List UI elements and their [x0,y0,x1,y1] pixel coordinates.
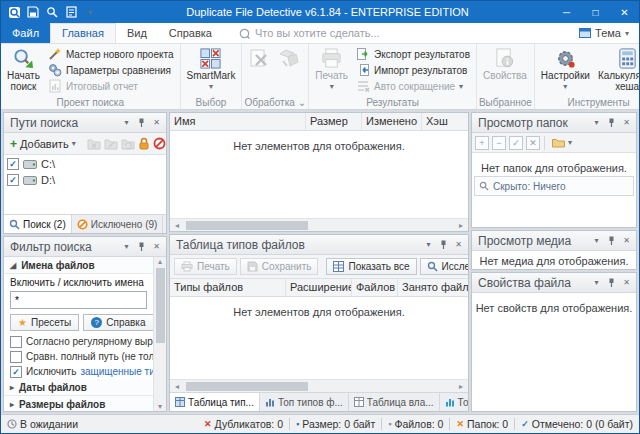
panel-menu-icon[interactable]: ▾ [589,233,604,248]
full-path-checkbox-row[interactable]: Сравн. полный путь (не только и [4,349,153,364]
column-space[interactable]: Занято файла [398,279,468,296]
move-marked-button[interactable] [274,45,304,69]
close-icon[interactable]: ✕ [619,233,634,248]
tab-types-table[interactable]: Таблица тип... [170,393,260,411]
start-search-button[interactable]: Начать поиск [3,45,44,92]
auto-reduce-button[interactable]: Авто сокращение ▾ [352,78,474,94]
checkbox-checked-icon[interactable]: ✓ [10,366,22,378]
close-icon[interactable]: ✕ [619,275,634,290]
checkbox-checked-icon[interactable]: ✓ [7,174,19,186]
types-horizontal-scrollbar[interactable]: ◂ ▸ [170,379,468,392]
panel-menu-icon[interactable]: ▾ [589,115,604,130]
refresh-path-icon[interactable] [121,138,135,150]
block-icon[interactable] [153,137,166,150]
explore-button[interactable]: Исследовать [420,258,468,275]
scroll-left-icon[interactable]: ◂ [170,382,184,391]
scrollbar-thumb[interactable] [186,221,308,230]
close-icon[interactable]: ✕ [149,115,164,130]
add-path-button[interactable]: + Добавить ▾ [7,137,79,151]
pin-icon[interactable] [134,239,149,254]
pin-icon[interactable] [604,115,619,130]
scrollbar-thumb[interactable] [186,382,308,391]
panel-menu-icon[interactable]: ▾ [589,275,604,290]
properties-button[interactable]: Свойства [479,45,531,82]
column-modified[interactable]: Изменено [362,113,422,130]
tab-view[interactable]: Вид [116,23,158,43]
tab-search-paths[interactable]: Поиск (2) [4,215,72,233]
hidden-filter-row[interactable]: Скрыто: Ничего [474,176,634,196]
path-row-d[interactable]: ✓ D:\ [4,172,166,188]
section-file-names[interactable]: ◢ Имена файлов [4,257,153,274]
pin-icon[interactable] [436,237,451,252]
check-all-icon[interactable]: ✓ [509,136,523,150]
tab-top-owners[interactable]: Топ владель... [440,393,468,411]
tell-me-box[interactable]: Что вы хотите сделать... [239,23,380,43]
presets-button[interactable]: ★ Пресеты [10,314,79,331]
column-files[interactable]: Файлов [352,279,398,296]
column-size[interactable]: Размер [306,113,362,130]
close-button[interactable]: ✕ [610,1,639,23]
exclude-protected-checkbox-row[interactable]: ✓ Исключить защищенные типы фа [4,364,153,379]
theme-selector[interactable]: Тема ▾ [569,23,639,43]
collapse-all-icon[interactable]: − [492,136,506,150]
export-results-button[interactable]: Экспорт результатов [352,46,474,62]
minimize-button[interactable]: ─ [552,1,581,23]
hash-calculator-button[interactable]: Калькулятор хеша [594,45,639,92]
delete-marked-button[interactable] [244,45,274,69]
checkbox-checked-icon[interactable]: ✓ [7,158,19,170]
folder-view-dropdown[interactable]: ▾ [549,137,575,149]
quick-access-more-icon[interactable]: ▾ [81,3,99,21]
column-name[interactable]: Имя [170,113,306,130]
dialog-launcher-icon[interactable]: ⌄ [298,97,306,108]
scroll-left-icon[interactable]: ◂ [170,221,184,230]
protected-types-link[interactable]: защищенные типы фа [80,366,153,377]
help-button[interactable]: ? Справка [83,314,153,331]
panel-menu-icon[interactable]: ▾ [119,239,134,254]
panel-menu-icon[interactable]: ▾ [421,237,436,252]
tab-owners-table[interactable]: Таблица вла... [349,393,440,411]
close-icon[interactable]: ✕ [451,237,466,252]
tab-top-types[interactable]: Топ типов ф... [260,393,349,411]
scroll-down-icon[interactable]: ▾ [153,402,167,411]
close-icon[interactable]: ✕ [619,115,634,130]
regex-checkbox-row[interactable]: Согласно регулярному выражение [4,334,153,349]
expand-all-icon[interactable]: + [475,136,489,150]
column-extension[interactable]: Расширение [286,279,352,296]
print-results-button[interactable]: Печать ▾ [311,45,352,91]
compare-options-button[interactable]: Параметры сравнения [44,62,178,78]
pin-icon[interactable] [604,275,619,290]
tab-file[interactable]: Файл [1,23,50,43]
report-quick-icon[interactable] [62,3,80,21]
panel-menu-icon[interactable]: ▾ [119,115,134,130]
maximize-button[interactable]: □ [581,1,610,23]
column-hash[interactable]: Хэш [422,113,468,130]
pin-icon[interactable] [134,115,149,130]
scroll-right-icon[interactable]: ▸ [454,382,468,391]
results-horizontal-scrollbar[interactable]: ◂ ▸ [170,218,468,231]
settings-button[interactable]: Настройки ▾ [537,45,594,91]
path-row-c[interactable]: ✓ C:\ [4,156,166,172]
show-all-button[interactable]: Показать все [326,258,416,275]
section-file-dates[interactable]: ▸ Даты файлов [4,379,153,396]
tab-home[interactable]: Главная [50,23,116,43]
types-save-button[interactable]: Сохранить [240,258,319,275]
lock-icon[interactable] [138,137,150,150]
new-project-wizard-button[interactable]: Мастер нового проекта [44,46,178,62]
save-icon[interactable] [24,3,42,21]
scroll-right-icon[interactable]: ▸ [454,221,468,230]
uncheck-all-icon[interactable]: ✕ [526,136,540,150]
close-icon[interactable]: ✕ [149,239,164,254]
start-quick-icon[interactable] [43,3,61,21]
import-results-button[interactable]: Импорт результатов [352,62,474,78]
remove-path-icon[interactable] [87,138,101,150]
column-file-types[interactable]: Типы файлов [170,279,286,296]
pin-icon[interactable] [604,233,619,248]
tab-help[interactable]: Справка [158,23,223,43]
types-print-button[interactable]: Печать [174,258,237,275]
checkbox-unchecked-icon[interactable] [10,336,22,348]
scrollbar-thumb[interactable] [156,268,165,343]
name-pattern-input[interactable] [10,291,147,309]
edit-path-icon[interactable] [104,138,118,150]
smartmark-button[interactable]: SmartMark ▾ [183,45,240,91]
section-file-sizes[interactable]: ▸ Размеры файлов [4,396,153,411]
